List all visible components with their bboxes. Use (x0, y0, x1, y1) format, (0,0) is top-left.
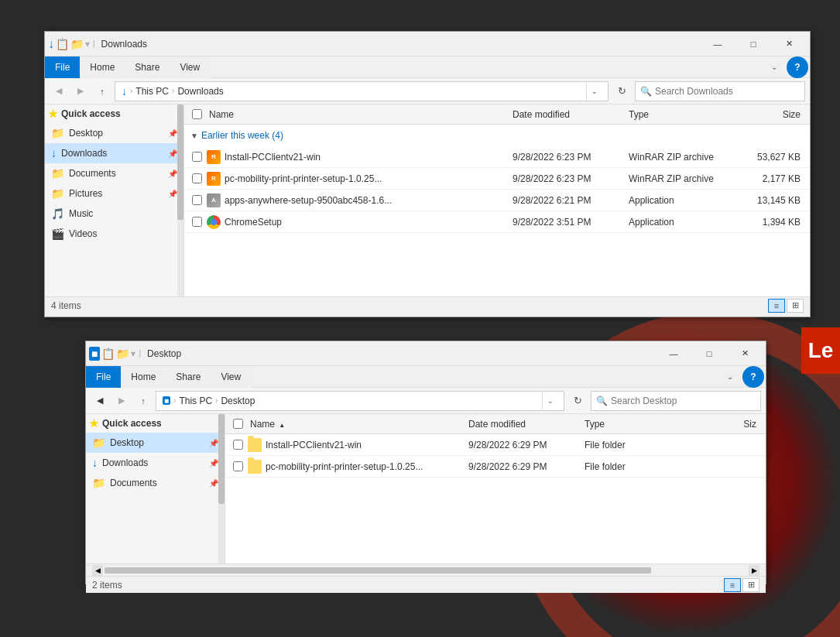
sidebar-item-desktop[interactable]: 📁 Desktop 📌 (45, 123, 183, 143)
quick-access-header[interactable]: ★ Quick access (45, 104, 183, 123)
desktop-col-header-size[interactable]: Siz (693, 419, 763, 430)
menu-view[interactable]: View (170, 57, 210, 78)
refresh-button[interactable]: ↻ (612, 81, 632, 101)
row1-check[interactable] (187, 152, 206, 162)
file-size-3: 13,145 KB (737, 195, 807, 206)
path-dropdown[interactable]: ⌄ (586, 82, 602, 101)
group-header-earlier[interactable]: ▼ Earlier this week (4) (184, 125, 810, 146)
row4-check[interactable] (187, 217, 206, 227)
sidebar-item-pictures[interactable]: 📁 Pictures 📌 (45, 183, 183, 204)
table-row[interactable]: A apps-anywhere-setup-9500abc458-1.6... … (184, 190, 810, 211)
sidebar-item-documents[interactable]: 📁 Documents 📌 (45, 163, 183, 183)
desktop-maximize-button[interactable]: □ (691, 341, 727, 366)
downloads-title-icon: ↓ (48, 37, 54, 51)
desktop-menu-share[interactable]: Share (166, 366, 211, 388)
table-row[interactable]: pc-mobility-print-printer-setup-1.0.25..… (225, 456, 766, 478)
desktop-up-button[interactable]: ↑ (134, 392, 153, 410)
minimize-button[interactable]: — (700, 32, 735, 57)
downloads-title: Downloads (98, 39, 700, 50)
desktop-help-button[interactable]: ? (742, 366, 764, 388)
sidebar-item-downloads[interactable]: ↓ Downloads 📌 (45, 143, 183, 163)
desktop-close-button[interactable]: ✕ (727, 341, 763, 366)
desktop-sidebar-item-downloads[interactable]: ↓ Downloads 📌 (86, 453, 225, 473)
desktop-back-button[interactable]: ◀ (91, 392, 109, 410)
desktop-sidebar-item-desktop[interactable]: 📁 Desktop 📌 (86, 433, 225, 453)
desktop-address-path[interactable]: ■ › This PC › Desktop ⌄ (156, 391, 564, 411)
desktop-col-header-date[interactable]: Date modified (468, 419, 585, 430)
desktop-menu-file[interactable]: File (86, 366, 121, 388)
desktop-row2-check[interactable] (228, 461, 247, 471)
col-header-size[interactable]: Size (737, 109, 807, 120)
menu-home[interactable]: Home (80, 57, 125, 78)
row4-checkbox[interactable] (192, 217, 202, 227)
col-header-date[interactable]: Date modified (513, 109, 629, 120)
details-view-btn[interactable]: ≡ (768, 299, 785, 313)
address-path[interactable]: ↓ › This PC › Downloads ⌄ (115, 81, 609, 101)
path-downloads[interactable]: Downloads (177, 86, 223, 97)
table-row[interactable]: ChromeSetup 9/28/2022 3:51 PM Applicatio… (184, 211, 810, 233)
row2-check[interactable] (187, 173, 206, 183)
desktop-minimize-button[interactable]: — (656, 341, 691, 366)
menu-share[interactable]: Share (125, 57, 170, 78)
help-button[interactable]: ? (787, 57, 808, 78)
desktop-path-separator-1: › (173, 396, 176, 405)
desktop-forward-button[interactable]: ▶ (112, 392, 131, 410)
header-check[interactable] (187, 109, 206, 119)
desktop-select-all-checkbox[interactable] (233, 419, 243, 429)
up-button[interactable]: ↑ (93, 82, 111, 101)
group-chevron: ▼ (190, 132, 198, 140)
table-row[interactable]: Install-PCClientv21-win 9/28/2022 6:29 P… (225, 434, 766, 456)
desktop-col-header-name[interactable]: Name ▲ (247, 419, 468, 430)
desktop-header-check[interactable] (228, 419, 247, 429)
sidebar-item-videos[interactable]: 🎬 Videos (45, 224, 183, 244)
scroll-right-btn[interactable]: ▶ (749, 565, 759, 576)
scroll-left-btn[interactable]: ◀ (92, 565, 103, 576)
menu-file[interactable]: File (45, 57, 80, 78)
row1-checkbox[interactable] (192, 152, 202, 162)
desktop-menu-home[interactable]: Home (121, 366, 166, 388)
col-header-type[interactable]: Type (629, 109, 737, 120)
desktop-sidebar-item-documents[interactable]: 📁 Documents 📌 (86, 473, 225, 493)
col-header-name[interactable]: Name (206, 109, 513, 120)
desktop-large-icons-view-btn[interactable]: ⊞ (742, 578, 759, 592)
desktop-path-separator-2: › (215, 396, 218, 405)
desktop-scrollbar-area: ◀ ▶ (86, 563, 766, 576)
desktop-statusbar: 2 items ≡ ⊞ (86, 576, 766, 593)
search-input[interactable] (655, 86, 800, 97)
row3-check[interactable] (187, 195, 206, 205)
desktop-menu-view[interactable]: View (211, 366, 251, 388)
forward-button[interactable]: ▶ (71, 82, 90, 101)
maximize-button[interactable]: □ (735, 32, 771, 57)
table-row[interactable]: R Install-PCClientv21-win 9/28/2022 6:23… (184, 146, 810, 168)
downloads-titlebar: ↓ 📋 📁 ▾ | Downloads — □ ✕ (45, 32, 810, 57)
desktop-documents-icon: 📁 (92, 477, 105, 489)
pictures-folder-icon: 📁 (51, 187, 64, 200)
path-thispc[interactable]: This PC (135, 86, 169, 97)
back-button[interactable]: ◀ (50, 82, 68, 101)
desktop-row1-checkbox[interactable] (233, 440, 243, 450)
row2-checkbox[interactable] (192, 173, 202, 183)
ribbon-toggle[interactable]: ⌄ (763, 57, 785, 78)
desktop-row1-check[interactable] (228, 440, 247, 450)
desktop-search-input[interactable] (611, 396, 756, 406)
row3-checkbox[interactable] (192, 195, 202, 205)
horizontal-scrollbar[interactable] (105, 567, 747, 574)
desktop-ribbon-toggle[interactable]: ⌄ (719, 366, 741, 388)
desktop-sidebar-scrollbar-thumb (218, 414, 225, 504)
horizontal-scrollbar-thumb (105, 567, 651, 574)
table-row[interactable]: R pc-mobility-print-printer-setup-1.0.25… (184, 168, 810, 190)
desktop-quick-access-header[interactable]: ★ Quick access (86, 414, 225, 433)
desktop-path-thispc[interactable]: This PC (179, 396, 212, 406)
desktop-sidebar-scrollbar[interactable] (218, 414, 225, 563)
desktop-path-dropdown[interactable]: ⌄ (542, 392, 557, 410)
desktop-path-folder[interactable]: Desktop (221, 396, 255, 406)
desktop-col-header-type[interactable]: Type (585, 419, 693, 430)
select-all-checkbox[interactable] (192, 109, 202, 119)
sidebar-scrollbar[interactable] (177, 104, 183, 296)
desktop-row2-checkbox[interactable] (233, 461, 243, 471)
desktop-details-view-btn[interactable]: ≡ (724, 578, 741, 592)
close-button[interactable]: ✕ (771, 32, 807, 57)
desktop-refresh-button[interactable]: ↻ (567, 391, 588, 411)
sidebar-item-music[interactable]: 🎵 Music (45, 204, 183, 224)
large-icons-view-btn[interactable]: ⊞ (787, 299, 804, 313)
